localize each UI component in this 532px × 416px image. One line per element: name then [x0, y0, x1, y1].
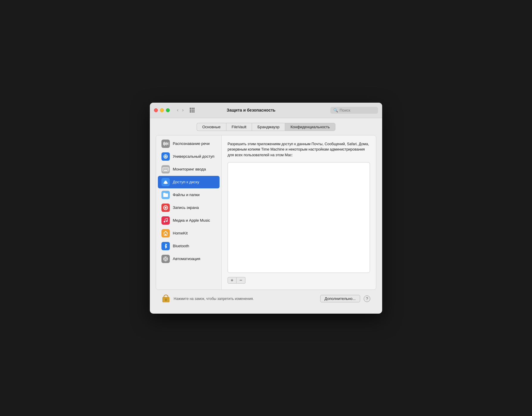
sidebar-item-speech-label: Распознавание речи: [173, 141, 210, 146]
sidebar-item-music-label: Медиа и Apple Music: [173, 218, 210, 223]
sidebar-item-accessibility[interactable]: Универсальный доступ: [158, 150, 220, 163]
svg-point-28: [165, 207, 167, 209]
sidebar-item-speech[interactable]: Распознавание речи: [158, 137, 220, 150]
svg-rect-18: [167, 168, 168, 169]
body: Основные FileVault Брандмауэр Конфиденци…: [150, 118, 382, 314]
sidebar-item-disk[interactable]: Доступ к диску: [158, 176, 220, 188]
traffic-lights: [154, 108, 170, 112]
svg-rect-2: [165, 143, 166, 145]
add-app-button[interactable]: +: [228, 277, 237, 284]
svg-point-33: [165, 258, 167, 260]
disk-icon: [161, 178, 170, 186]
svg-rect-16: [165, 168, 166, 169]
svg-rect-5: [168, 142, 168, 145]
remove-app-button[interactable]: −: [237, 277, 245, 284]
automation-icon: [161, 255, 170, 263]
close-button[interactable]: [154, 108, 158, 112]
tab-filevault[interactable]: FileVault: [226, 123, 252, 131]
lock-body: [162, 297, 169, 302]
lock-shackle: [164, 295, 168, 298]
sidebar: Распознавание речи: [156, 135, 222, 290]
accessibility-icon: [161, 152, 170, 161]
svg-rect-31: [165, 234, 166, 235]
music-icon: [161, 216, 170, 225]
app-list[interactable]: [228, 162, 370, 273]
sidebar-item-music[interactable]: Медиа и Apple Music: [158, 214, 220, 227]
homekit-icon: [161, 229, 170, 237]
additional-button[interactable]: Дополнительно...: [320, 295, 360, 302]
sidebar-item-screen[interactable]: Запись экрана: [158, 201, 220, 214]
search-icon: 🔍: [333, 108, 338, 112]
window-title: Защита и безопасность: [175, 108, 327, 112]
bottom-bar: Нажмите на замок, чтобы запретить измене…: [156, 290, 376, 308]
main-content: Распознавание речи: [156, 135, 376, 290]
sidebar-item-homekit[interactable]: HomeKit: [158, 227, 220, 240]
bluetooth-icon: [161, 242, 170, 250]
maximize-button[interactable]: [166, 108, 170, 112]
lock-keyhole: [165, 298, 167, 301]
svg-rect-19: [163, 169, 164, 170]
sidebar-item-bluetooth-label: Bluetooth: [173, 244, 189, 248]
svg-point-29: [164, 221, 165, 222]
svg-rect-25: [164, 182, 167, 184]
sidebar-item-automation[interactable]: Автоматизация: [158, 253, 220, 265]
sidebar-item-files-label: Файлы и папки: [173, 193, 200, 197]
main-window: ‹ › Защита и безопасность 🔍 Основные Fil…: [150, 103, 382, 314]
sidebar-item-input-label: Мониторинг ввода: [173, 167, 206, 171]
screen-icon: [161, 204, 170, 212]
sidebar-item-homekit-label: HomeKit: [173, 231, 188, 235]
lock-status-text: Нажмите на замок, чтобы запретить измене…: [174, 297, 317, 301]
svg-rect-14: [163, 168, 164, 169]
svg-rect-24: [164, 170, 167, 171]
sidebar-item-disk-label: Доступ к диску: [173, 180, 199, 184]
sidebar-item-input[interactable]: Мониторинг ввода: [158, 163, 220, 176]
right-panel: Разрешить этим приложениям доступ к данн…: [222, 135, 376, 290]
svg-rect-17: [167, 168, 167, 169]
sidebar-item-bluetooth[interactable]: Bluetooth: [158, 240, 220, 252]
titlebar: ‹ › Защита и безопасность 🔍: [150, 103, 382, 118]
help-button[interactable]: ?: [364, 295, 370, 302]
svg-point-30: [166, 220, 168, 222]
svg-rect-3: [166, 142, 167, 146]
svg-rect-1: [164, 142, 165, 146]
files-icon: [161, 191, 170, 199]
keyboard-icon: [161, 165, 170, 173]
svg-rect-20: [164, 169, 165, 170]
search-input[interactable]: [340, 108, 375, 112]
search-box[interactable]: 🔍: [330, 107, 378, 114]
lock-icon: [162, 294, 170, 304]
tabs-bar: Основные FileVault Брандмауэр Конфиденци…: [156, 123, 376, 131]
tab-privacy[interactable]: Конфиденциальность: [285, 123, 335, 131]
svg-rect-23: [167, 169, 168, 170]
description-text: Разрешить этим приложениям доступ к данн…: [228, 141, 370, 158]
svg-rect-22: [167, 169, 167, 170]
sidebar-item-automation-label: Автоматизация: [173, 257, 200, 261]
svg-rect-21: [165, 169, 166, 170]
speech-icon: [161, 140, 170, 148]
sidebar-item-files[interactable]: Файлы и папки: [158, 189, 220, 201]
tab-firewall[interactable]: Брандмауэр: [252, 123, 285, 131]
svg-rect-4: [167, 143, 167, 145]
sidebar-item-screen-label: Запись экрана: [173, 205, 199, 210]
list-controls: + −: [228, 277, 370, 284]
svg-rect-0: [163, 142, 164, 145]
tab-basic[interactable]: Основные: [197, 123, 226, 131]
svg-rect-15: [164, 168, 165, 169]
minimize-button[interactable]: [160, 108, 164, 112]
sidebar-item-accessibility-label: Универсальный доступ: [173, 154, 214, 159]
